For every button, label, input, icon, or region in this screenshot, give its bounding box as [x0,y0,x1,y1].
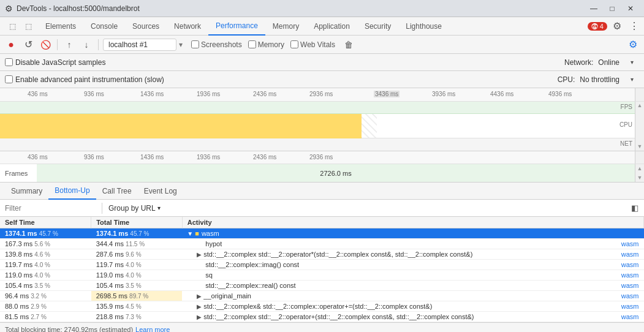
tab-elements[interactable]: Elements [38,17,83,36]
tab-memory[interactable]: Memory [265,17,306,36]
more-button[interactable]: ⋮ [627,19,642,34]
expand-icon[interactable]: ▶ [197,303,202,310]
activity-text: __original_main [203,292,251,300]
filter-row: Group by URL ▾ ◧ [0,200,644,217]
td-total-time: 119.0 ms 4.0 % [91,270,183,281]
td-self-time: 96.4 ms 3.2 % [0,291,91,301]
td-self-time: 88.0 ms 2.9 % [0,301,91,312]
wasm-link[interactable]: wasm [616,240,639,247]
groupby-button[interactable]: Group by URL ▾ [105,203,164,214]
expand-icon[interactable]: ▶ [197,293,202,300]
nav-tabs: ⬚ ⬚ Elements Console Sources Network Per… [0,17,644,36]
tab-bottom-up[interactable]: Bottom-Up [48,183,96,200]
advanced-paint-label[interactable]: Enable advanced paint instrumentation (s… [5,75,164,84]
learn-more-link[interactable]: Learn more [135,326,170,333]
table-row[interactable]: 81.5 ms 2.7 %218.8 ms 7.3 %▶std::__2::co… [0,312,644,322]
net-label: NET [620,140,632,147]
frames-value: 2726.0 ms [320,170,351,177]
wasm-link[interactable]: wasm [616,251,639,258]
table-row[interactable]: 1374.1 ms 45.7 %1374.1 ms 45.7 %▼■wasm [0,228,644,239]
tab-console[interactable]: Console [83,17,125,36]
tab-lighthouse[interactable]: Lighthouse [398,17,449,36]
wasm-link[interactable]: wasm [616,292,639,300]
tab-security[interactable]: Security [357,17,398,36]
scroll-down[interactable]: ▼ [637,144,643,151]
frames-scrollbar[interactable]: ▲ ▼ [635,164,644,182]
wasm-link[interactable]: wasm [616,282,639,289]
tab-sources[interactable]: Sources [125,17,167,36]
table-row[interactable]: 105.4 ms 3.5 %105.4 ms 3.5 %std::__2::co… [0,281,644,291]
tick-3936: 3936 ms [432,91,455,97]
timeline-scrollbar[interactable]: ▲ ▼ [635,102,644,151]
tab-call-tree[interactable]: Call Tree [96,183,138,200]
frames-content: 2726.0 ms [37,164,635,182]
tab-network[interactable]: Network [167,17,208,36]
frame-scroll-down[interactable]: ▼ [635,175,644,182]
tab-summary[interactable]: Summary [5,183,48,200]
toolbar-right: ⚙ [626,37,640,52]
tab-event-log[interactable]: Event Log [138,183,183,200]
table-row[interactable]: 167.3 ms 5.6 %344.4 ms 11.5 %hypotwasm [0,239,644,249]
nav-backward-button[interactable]: ⬚ [5,19,20,34]
tick-2936: 2936 ms [309,91,333,97]
filter-input[interactable] [2,203,99,214]
frames-bar: Frames 2726.0 ms ▲ ▼ [0,164,644,183]
screenshots-checkbox-label[interactable]: Screenshots [191,40,242,49]
download-button[interactable]: ↓ [79,37,94,52]
table-row[interactable]: 139.8 ms 4.6 %287.6 ms 9.6 %▶std::__2::c… [0,249,644,260]
expand-icon[interactable]: ▶ [197,314,202,320]
disable-js-label[interactable]: Disable JavaScript samples [5,58,105,67]
minimize-button[interactable]: — [585,0,602,17]
network-dropdown[interactable]: ▾ [624,55,639,70]
scroll-up[interactable]: ▲ [637,102,643,108]
settings-button[interactable]: ⚙ [610,19,624,34]
activity-table: Self Time Total Time Activity 1374.1 ms … [0,217,644,322]
table-row[interactable]: 96.4 ms 3.2 %2698.5 ms 89.7 %▶__original… [0,291,644,301]
maximize-button[interactable]: □ [604,0,621,17]
activity-text: wasm [202,230,219,237]
wasm-link[interactable]: wasm [616,271,639,279]
activity-text: sq [205,271,213,279]
td-total-time: 344.4 ms 11.5 % [91,239,183,249]
record-button[interactable]: ● [4,37,18,52]
expand-icon[interactable]: ▼ [187,230,193,237]
expand-icon[interactable]: ▶ [197,251,202,258]
screenshots-checkbox[interactable] [191,40,199,48]
table-row[interactable]: 119.7 ms 4.0 %119.7 ms 4.0 %std::__2::co… [0,260,644,270]
trash-button[interactable]: 🗑 [341,37,356,52]
memory-checkbox-label[interactable]: Memory [248,40,284,49]
panel-layout-button[interactable]: ◧ [628,202,642,215]
close-button[interactable]: ✕ [622,0,639,17]
disable-js-checkbox[interactable] [5,58,13,66]
bottom-panel: Summary Bottom-Up Call Tree Event Log Gr… [0,183,644,322]
td-activity: ▶std::__2::complex std::__2::operator*(s… [182,249,643,259]
clear-button[interactable]: 🚫 [38,37,53,52]
perf-settings-button[interactable]: ⚙ [626,37,640,52]
upload-button[interactable]: ↑ [62,37,77,52]
memory-checkbox[interactable] [248,40,256,48]
url-display: localhost #1 [103,39,176,51]
td-activity: ▶std::__2::complex& std::__2::complex::o… [182,301,643,311]
td-self-time: 81.5 ms 2.7 % [0,312,91,322]
network-value: Online [598,58,619,67]
table-row[interactable]: 119.0 ms 4.0 %119.0 ms 4.0 %sqwasm [0,270,644,281]
error-badge[interactable]: ⓸ 4 [588,22,607,31]
tab-performance[interactable]: Performance [208,17,265,36]
cpu-dropdown[interactable]: ▾ [624,72,639,87]
web-vitals-checkbox-label[interactable]: Web Vitals [290,40,335,49]
td-total-time: 218.8 ms 7.3 % [91,312,183,322]
wasm-link[interactable]: wasm [616,261,639,268]
cpu-track: CPU [0,114,635,138]
td-activity: sqwasm [182,270,643,280]
table-row[interactable]: 88.0 ms 2.9 %135.9 ms 4.5 %▶std::__2::co… [0,301,644,312]
table-body: 1374.1 ms 45.7 %1374.1 ms 45.7 %▼■wasm16… [0,228,644,322]
nav-forward-button[interactable]: ⬚ [21,19,36,34]
frame-scroll-up[interactable]: ▲ [635,164,644,172]
btick-1936: 1936 ms [197,154,220,160]
wasm-link[interactable]: wasm [616,303,639,310]
advanced-paint-checkbox[interactable] [5,75,13,83]
tab-application[interactable]: Application [306,17,357,36]
wasm-link[interactable]: wasm [616,313,639,320]
web-vitals-checkbox[interactable] [290,40,298,48]
reload-button[interactable]: ↺ [21,37,36,52]
